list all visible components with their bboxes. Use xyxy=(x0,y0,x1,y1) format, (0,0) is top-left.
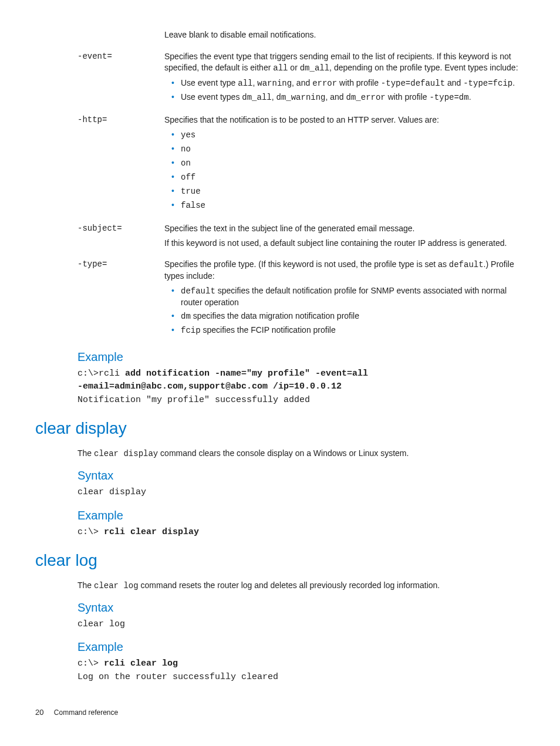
param-type-bullets: default specifies the default notificati… xyxy=(164,285,519,336)
example1-heading: Example xyxy=(77,349,525,365)
param-event-key: -event= xyxy=(35,51,164,108)
list-item: default specifies the default notificati… xyxy=(174,285,519,308)
footer-title: Command reference xyxy=(54,708,118,717)
clear-log-syntax-h: Syntax xyxy=(77,600,525,616)
param-subject-l1: Specifies the text in the subject line o… xyxy=(164,223,519,234)
param-event-bullets: Use event type all, warning, and error w… xyxy=(164,77,519,103)
param-blank-note: Leave blank to disable email notificatio… xyxy=(35,29,525,44)
list-item: Use event types dm_all, dm_warning, and … xyxy=(174,92,519,103)
example1-code: c:\>rcli add notification -name="my prof… xyxy=(77,367,525,407)
param-subject-key: -subject= xyxy=(35,223,164,252)
param-type: -type= Specifies the profile type. (If t… xyxy=(35,259,525,340)
clear-display-example: c:\> rcli clear display xyxy=(77,526,525,539)
clear-log-example-h: Example xyxy=(77,639,525,655)
param-http-desc: Specifies that the notification is to be… xyxy=(164,114,519,126)
param-http-values: yes no on off true false xyxy=(164,129,519,211)
param-type-desc: Specifies the profile type. (If this key… xyxy=(164,259,519,282)
clear-display-syntax-h: Syntax xyxy=(77,468,525,484)
clear-display-example-h: Example xyxy=(77,508,525,524)
param-subject-l2: If this keyword is not used, a default s… xyxy=(164,238,519,249)
clear-log-example: c:\> rcli clear log Log on the router su… xyxy=(77,657,525,684)
list-item: off xyxy=(174,171,519,183)
clear-display-syntax: clear display xyxy=(77,486,525,499)
list-item: false xyxy=(174,200,519,211)
list-item: Use event type all, warning, and error w… xyxy=(174,77,519,89)
list-item: no xyxy=(174,143,519,155)
list-item: yes xyxy=(174,129,519,141)
param-event-desc: Specifies the event type that triggers s… xyxy=(164,51,519,74)
list-item: on xyxy=(174,157,519,169)
blank-note-text: Leave blank to disable email notificatio… xyxy=(164,29,519,40)
param-type-key: -type= xyxy=(35,259,164,340)
param-http: -http= Specifies that the notification i… xyxy=(35,114,525,215)
param-subject: -subject= Specifies the text in the subj… xyxy=(35,223,525,252)
clear-log-syntax: clear log xyxy=(77,618,525,632)
param-http-key: -http= xyxy=(35,114,164,215)
clear-display-desc: The clear display command clears the con… xyxy=(77,448,525,460)
clear-log-desc: The clear log command resets the router … xyxy=(77,580,525,592)
clear-display-heading: clear display xyxy=(35,417,525,440)
list-item: fcip specifies the FCIP notification pro… xyxy=(174,325,519,336)
page-footer: 20 Command reference xyxy=(35,707,525,718)
page-number: 20 xyxy=(35,707,43,718)
list-item: true xyxy=(174,185,519,197)
clear-log-heading: clear log xyxy=(35,549,525,572)
list-item: dm specifies the data migration notifica… xyxy=(174,310,519,322)
param-event: -event= Specifies the event type that tr… xyxy=(35,51,525,108)
